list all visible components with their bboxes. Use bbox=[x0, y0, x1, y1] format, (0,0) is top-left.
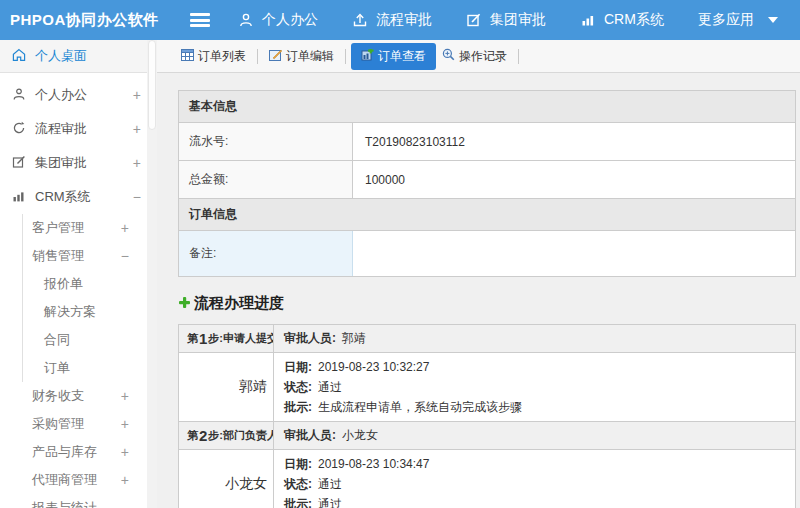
sidebar-item-label: 代理商管理 bbox=[32, 471, 97, 489]
date-value: 2019-08-23 10:32:27 bbox=[318, 360, 429, 374]
step-number-cell: 第2步:部门负责人审批 bbox=[179, 422, 274, 449]
approver-name-cell: 小龙女 bbox=[179, 450, 274, 508]
expand-icon[interactable]: + bbox=[133, 122, 141, 136]
sidebar-item-crm-system[interactable]: CRM系统 − bbox=[0, 180, 157, 214]
process-step-header: 第2步:部门负责人审批 审批人员: 小龙女 bbox=[179, 422, 795, 450]
table-row: 总金额: 100000 bbox=[179, 161, 795, 199]
process-progress-heading: 流程办理进度 bbox=[178, 294, 796, 313]
scrollbar-thumb[interactable] bbox=[148, 40, 156, 130]
sidebar-item-agent-mgmt[interactable]: 代理商管理 + bbox=[0, 466, 157, 494]
topnav-more-apps[interactable]: 更多应用 bbox=[698, 11, 778, 29]
field-value-total: 100000 bbox=[353, 161, 795, 198]
sidebar-item-workflow-approval[interactable]: 流程审批 + bbox=[0, 112, 157, 146]
tab-label: 订单查看 bbox=[378, 48, 426, 65]
step-prefix: 第 bbox=[187, 331, 198, 346]
edit-icon bbox=[269, 49, 282, 64]
tab-order-view[interactable]: 订单查看 bbox=[351, 43, 436, 70]
topnav-personal-office[interactable]: 个人办公 bbox=[238, 11, 318, 29]
order-view-content: 基本信息 流水号: T20190823103112 总金额: 100000 订单… bbox=[157, 73, 800, 508]
topnav-crm-system[interactable]: CRM系统 bbox=[580, 11, 664, 29]
chart-icon bbox=[580, 12, 596, 28]
sidebar-item-solution[interactable]: 解决方案 bbox=[0, 298, 157, 326]
comment-value: 生成流程申请单，系统自动完成该步骤 bbox=[318, 400, 522, 414]
step-prefix: 第 bbox=[187, 428, 198, 443]
table-row: 流水号: T20190823103112 bbox=[179, 123, 795, 161]
person-icon bbox=[238, 12, 254, 28]
collapse-icon[interactable]: − bbox=[121, 249, 129, 263]
home-icon bbox=[12, 48, 26, 65]
step-number: 1 bbox=[198, 330, 208, 347]
topnav-group-approval[interactable]: 集团审批 bbox=[466, 11, 546, 29]
tree-guide-line bbox=[22, 214, 23, 382]
sidebar-item-label: 解决方案 bbox=[44, 303, 96, 321]
detail-comment-line: 批示:生成流程申请单，系统自动完成该步骤 bbox=[284, 397, 785, 417]
sidebar-item-purchase-mgmt[interactable]: 采购管理 + bbox=[0, 410, 157, 438]
sidebar-item-label: 销售管理 bbox=[32, 247, 84, 265]
comment-label: 批示: bbox=[284, 497, 312, 508]
detail-status-line: 状态:通过 bbox=[284, 474, 785, 494]
sidebar-item-label: 个人桌面 bbox=[35, 47, 87, 65]
sidebar-item-label: CRM系统 bbox=[35, 188, 91, 206]
view-icon bbox=[361, 49, 374, 64]
sidebar-item-personal-office[interactable]: 个人办公 + bbox=[0, 78, 157, 112]
sidebar-item-finance[interactable]: 财务收支 + bbox=[0, 382, 157, 410]
approver-name: 小龙女 bbox=[342, 427, 378, 444]
sidebar-item-label: 采购管理 bbox=[32, 415, 84, 433]
sidebar-item-quotation[interactable]: 报价单 bbox=[0, 270, 157, 298]
sidebar-item-customer-mgmt[interactable]: 客户管理 + bbox=[0, 214, 157, 242]
sidebar-item-reports-stats[interactable]: 报表与统计 bbox=[0, 494, 157, 508]
expand-icon[interactable]: + bbox=[121, 417, 129, 431]
caret-down-icon bbox=[768, 17, 778, 23]
sidebar-item-sales-mgmt[interactable]: 销售管理 − bbox=[0, 242, 157, 270]
tab-label: 订单编辑 bbox=[286, 48, 334, 65]
main-area: 订单列表 订单编辑 订单查看 操作记录 基本信息 bbox=[157, 40, 800, 508]
tab-divider bbox=[345, 49, 346, 64]
date-label: 日期: bbox=[284, 457, 312, 471]
sidebar-scrollbar[interactable] bbox=[147, 40, 157, 508]
top-header-bar: PHPOA协同办公软件 个人办公 流程审批 集团审批 CRM系统 更多应用 bbox=[0, 0, 800, 40]
field-value-serial: T20190823103112 bbox=[353, 123, 795, 160]
sidebar-item-label: 订单 bbox=[44, 359, 70, 377]
step-title: 步:申请人提交申请 bbox=[208, 331, 274, 346]
person-icon bbox=[12, 87, 26, 104]
detail-date-line: 日期:2019-08-23 10:32:27 bbox=[284, 357, 785, 377]
sidebar-item-product-inventory[interactable]: 产品与库存 + bbox=[0, 438, 157, 466]
sidebar-item-label: 财务收支 bbox=[32, 387, 84, 405]
tab-order-edit[interactable]: 订单编辑 bbox=[263, 44, 340, 69]
expand-icon[interactable]: + bbox=[121, 473, 129, 487]
process-step-header: 第1步:申请人提交申请 审批人员: 郭靖 bbox=[179, 325, 795, 353]
tab-operation-log[interactable]: 操作记录 bbox=[436, 44, 513, 69]
edit-icon bbox=[12, 155, 26, 172]
expand-icon[interactable]: + bbox=[133, 88, 141, 102]
topnav-workflow-approval[interactable]: 流程审批 bbox=[352, 11, 432, 29]
status-value: 通过 bbox=[318, 477, 342, 491]
field-label-serial: 流水号: bbox=[179, 123, 353, 160]
process-step-detail: 郭靖 日期:2019-08-23 10:32:27 状态:通过 批示:生成流程申… bbox=[179, 353, 795, 422]
section-header-basic-info: 基本信息 bbox=[179, 91, 795, 123]
expand-icon[interactable]: + bbox=[121, 221, 129, 235]
field-label-total: 总金额: bbox=[179, 161, 353, 198]
section-header-order-info: 订单信息 bbox=[179, 199, 795, 231]
sidebar-item-order[interactable]: 订单 bbox=[0, 354, 157, 382]
sidebar-item-group-approval[interactable]: 集团审批 + bbox=[0, 146, 157, 180]
tab-label: 订单列表 bbox=[198, 48, 246, 65]
detail-date-line: 日期:2019-08-23 10:34:47 bbox=[284, 454, 785, 474]
sidebar-item-label: 合同 bbox=[44, 331, 70, 349]
nav-label: 更多应用 bbox=[698, 11, 754, 29]
step-detail-cell: 日期:2019-08-23 10:32:27 状态:通过 批示:生成流程申请单，… bbox=[274, 353, 795, 421]
list-icon bbox=[181, 49, 194, 64]
tab-order-list[interactable]: 订单列表 bbox=[175, 44, 252, 69]
heading-title: 流程办理进度 bbox=[194, 294, 284, 313]
expand-icon[interactable]: + bbox=[121, 389, 129, 403]
sidebar-item-contract[interactable]: 合同 bbox=[0, 326, 157, 354]
refresh-icon bbox=[12, 121, 26, 138]
chart-icon bbox=[12, 189, 26, 206]
sidebar-menu: 个人办公 + 流程审批 + 集团审批 + CRM系统 − 客户管理 + bbox=[0, 73, 157, 508]
tab-divider bbox=[518, 49, 519, 64]
hamburger-menu-icon[interactable] bbox=[190, 13, 210, 27]
expand-icon[interactable]: + bbox=[121, 445, 129, 459]
collapse-icon[interactable]: − bbox=[133, 190, 141, 204]
sidebar-item-desktop[interactable]: 个人桌面 bbox=[0, 40, 157, 73]
expand-icon[interactable]: + bbox=[133, 156, 141, 170]
field-value-remark bbox=[353, 231, 795, 276]
